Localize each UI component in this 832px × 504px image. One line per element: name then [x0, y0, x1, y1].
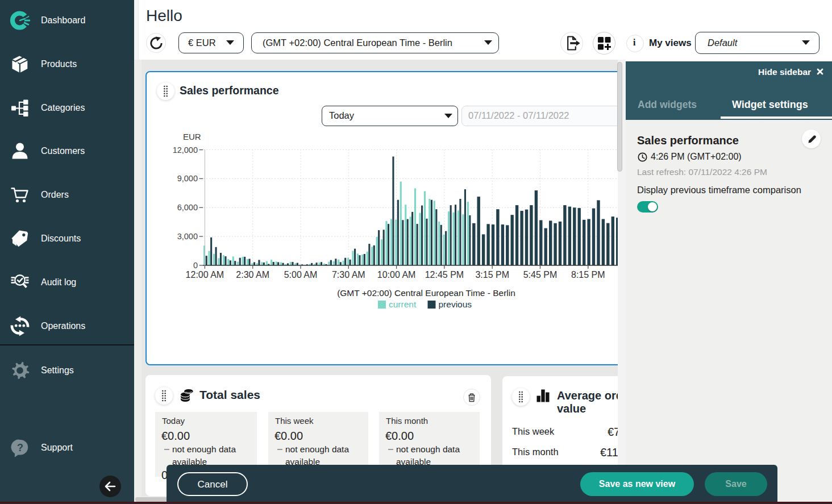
svg-text:(GMT +02:00) Central European: (GMT +02:00) Central European Time - Ber… [337, 288, 515, 298]
svg-text:0: 0 [193, 261, 198, 270]
svg-text:3:15 PM: 3:15 PM [475, 270, 509, 280]
svg-text:12,000: 12,000 [173, 145, 198, 155]
svg-text:current: current [389, 299, 417, 309]
svg-text:2:30 AM: 2:30 AM [236, 270, 269, 280]
svg-text:12:00 AM: 12:00 AM [186, 270, 224, 280]
svg-text:EUR: EUR [183, 132, 201, 141]
svg-text:12:45 PM: 12:45 PM [425, 270, 464, 280]
svg-text:5:00 AM: 5:00 AM [284, 270, 318, 280]
svg-text:7:30 AM: 7:30 AM [332, 270, 365, 280]
svg-text:6,000: 6,000 [177, 203, 198, 212]
svg-text:?: ? [17, 442, 23, 453]
svg-text:10:00 AM: 10:00 AM [377, 270, 416, 280]
svg-text:8:15 PM: 8:15 PM [571, 270, 605, 280]
svg-text:5:45 PM: 5:45 PM [523, 270, 558, 280]
svg-text:previous: previous [439, 299, 472, 309]
svg-text:3,000: 3,000 [177, 232, 198, 241]
svg-text:9,000: 9,000 [177, 174, 198, 183]
